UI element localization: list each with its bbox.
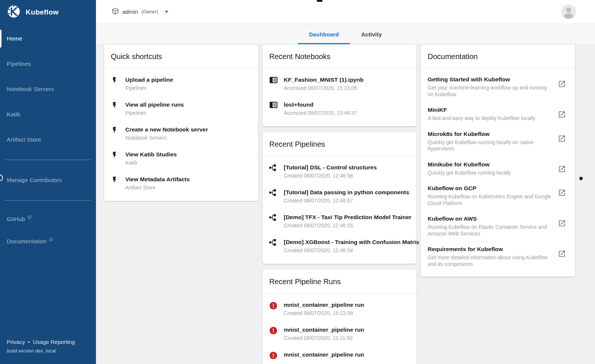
privacy-link[interactable]: Privacy (7, 339, 25, 345)
pipeline-run-item[interactable]: mnist_container_pipeline runCreated 08/0… (263, 296, 416, 321)
doc-desc: Quickly get Kubeflow running locally on … (428, 139, 553, 152)
pipeline-meta: Created 08/07/2020, 12:46:57 (284, 197, 410, 204)
pipeline-icon (269, 213, 280, 229)
shortcut-title: View Katib Studies (125, 151, 177, 157)
shortcut-view-katib-studies[interactable]: View Katib StudiesKatib (104, 146, 258, 171)
pipeline-meta: Created 08/07/2020, 12:46:58 (284, 172, 410, 179)
bolt-icon (111, 101, 122, 117)
pipeline-meta: Created 08/07/2020, 12:46:54 (284, 247, 410, 254)
card-title: Recent Notebooks (263, 45, 416, 68)
notebook-item[interactable]: lost+foundAccessed 08/07/2020, 13:46:37 (263, 96, 416, 121)
notebook-item[interactable]: KF_Fashion_MNIST (1).ipynbAccessed 08/07… (263, 71, 416, 96)
pipeline-item[interactable]: [Demo] TFX - Taxi Tip Prediction Model T… (263, 209, 416, 234)
dashboard-content: Quick shortcuts Upload a pipelinePipelin… (104, 45, 575, 364)
sidebar-item-manage-contributors[interactable]: Manage Contributors (0, 168, 96, 193)
notebook-icon (269, 101, 280, 117)
recent-pipelines-card: Recent Pipelines [Tutorial] DSL - Contro… (263, 132, 416, 264)
shortcut-subtitle: Pipelines (125, 84, 251, 92)
user-avatar[interactable] (561, 4, 576, 19)
bolt-icon (111, 175, 122, 191)
doc-link-gcp[interactable]: Kubeflow on GCPRunning Kubeflow on Kuber… (421, 180, 575, 211)
footer-separator: • (28, 339, 30, 345)
card-title: Documentation (421, 45, 575, 68)
doc-title: Microk8s for Kubeflow (428, 131, 489, 137)
pipeline-title: [Tutorial] DSL - Control structures (284, 164, 377, 170)
sidebar-item-artifact-store[interactable]: Artifact Store (0, 127, 96, 152)
shortcut-upload-pipeline[interactable]: Upload a pipelinePipelines (104, 71, 258, 96)
namespace-cube-icon (112, 7, 119, 16)
shortcut-create-notebook-server[interactable]: Create a new Notebook serverNotebook Ser… (104, 121, 258, 146)
sidebar-item-katib[interactable]: Katib (0, 102, 96, 127)
sidebar-item-notebook-servers[interactable]: Notebook Servers (0, 77, 96, 102)
sidebar-item-github[interactable]: GitHub (0, 208, 96, 230)
sidebar-item-pipelines[interactable]: Pipelines (0, 51, 96, 77)
doc-title: Kubeflow on AWS (428, 215, 477, 222)
sidebar-item-home[interactable]: Home (0, 26, 96, 51)
mouse-cursor (579, 177, 583, 180)
external-link-icon (28, 214, 32, 221)
doc-desc: Running Kubeflow on Elastic Container Se… (428, 224, 553, 237)
sidebar-item-documentation[interactable]: Documentation (0, 230, 96, 253)
pipeline-run-item[interactable]: mnist_container_pipeline runCreated 08/0… (263, 321, 416, 346)
sidebar-item-label: Manage Contributors (7, 177, 62, 183)
doc-title: MiniKF (428, 107, 447, 113)
documentation-card: Documentation Getting Started with Kubef… (421, 45, 575, 277)
pipeline-icon (269, 188, 280, 204)
namespace-role: (Owner) (141, 9, 158, 14)
pipeline-title: [Demo] TFX - Taxi Tip Prediction Model T… (284, 214, 411, 220)
shortcut-subtitle: Notebook Servers (125, 134, 251, 142)
shortcut-subtitle: Artifact Store (125, 184, 251, 191)
external-link-icon (49, 236, 53, 243)
namespace-name: admin (122, 9, 138, 15)
usage-reporting-link[interactable]: Usage Reporting (33, 339, 75, 345)
doc-desc: Running Kubeflow on Kubernetes Engine an… (428, 194, 553, 207)
notebook-title: KF_Fashion_MNIST (1).ipynb (284, 77, 363, 83)
error-icon (269, 351, 280, 360)
doc-link-getting-started[interactable]: Getting Started with KubeflowGet your ma… (421, 71, 575, 102)
sidebar-footer: Privacy • Usage Reporting build version … (7, 339, 91, 354)
doc-desc: Get your machine-learning workflow up an… (428, 85, 553, 98)
doc-title: Kubeflow on GCP (428, 185, 476, 191)
pipeline-item[interactable]: [Demo] XGBoost - Training with Confusion… (263, 234, 416, 259)
clipped-page-title-fragment (317, 0, 322, 2)
pipeline-title: [Tutorial] Data passing in python compon… (284, 189, 409, 195)
brand-header[interactable]: Kubeflow (0, 0, 96, 25)
recent-pipeline-runs-card: Recent Pipeline Runs mnist_container_pip… (263, 270, 416, 364)
sidebar-divider (5, 200, 91, 201)
doc-link-aws[interactable]: Kubeflow on AWSRunning Kubeflow on Elast… (421, 211, 575, 241)
sidebar-nav: Home Pipelines Notebook Servers Katib Ar… (0, 25, 96, 253)
run-title: mnist_container_pipeline run (284, 326, 364, 333)
pipeline-run-item[interactable]: mnist_container_pipeline run (263, 346, 416, 364)
tab-activity[interactable]: Activity (350, 24, 393, 44)
open-in-new-icon (558, 245, 566, 267)
notebook-title: lost+found (284, 101, 313, 108)
column-right: Documentation Getting Started with Kubef… (421, 45, 575, 277)
bolt-icon (111, 126, 122, 142)
doc-link-microk8s[interactable]: Microk8s for KubeflowQuickly get Kubeflo… (421, 126, 575, 156)
doc-desc: A fast and easy way to deploy Kubeflow l… (428, 115, 553, 122)
sidebar-item-label: Pipelines (7, 61, 31, 67)
notebook-icon (269, 76, 280, 92)
sidebar: Kubeflow Home Pipelines Notebook Servers… (0, 0, 96, 364)
pipeline-item[interactable]: [Tutorial] DSL - Control structuresCreat… (263, 159, 416, 184)
open-in-new-icon (558, 215, 566, 237)
tab-bar: Dashboard Activity (96, 24, 595, 45)
shortcut-view-metadata-artifacts[interactable]: View Metadata ArtifactsArtifact Store (104, 171, 258, 196)
sidebar-item-label: Home (7, 35, 22, 42)
pipeline-item[interactable]: [Tutorial] Data passing in python compon… (263, 184, 416, 209)
tab-dashboard[interactable]: Dashboard (298, 24, 350, 44)
doc-link-minikube[interactable]: Minikube for KubeflowQuickly get Kubeflo… (421, 156, 575, 181)
doc-link-minikf[interactable]: MiniKFA fast and easy way to deploy Kube… (421, 102, 575, 126)
shortcut-view-pipeline-runs[interactable]: View all pipeline runsPipelines (104, 96, 258, 121)
open-in-new-icon (558, 75, 566, 98)
sidebar-item-label: Katib (7, 111, 20, 118)
namespace-selector[interactable]: admin (Owner) (112, 7, 168, 16)
run-meta: Created 08/07/2020, 15:22:08 (284, 309, 410, 317)
bolt-icon (111, 76, 122, 92)
shortcut-title: Upload a pipeline (125, 77, 173, 83)
run-meta: Created 08/07/2020, 15:11:50 (284, 334, 410, 342)
chevron-down-icon (165, 11, 168, 13)
shortcut-subtitle: Pipelines (125, 109, 251, 117)
notebook-meta: Accessed 08/07/2020, 15:23:05 (284, 84, 410, 92)
doc-link-requirements[interactable]: Requirements for KubeflowGet more detail… (421, 241, 575, 272)
